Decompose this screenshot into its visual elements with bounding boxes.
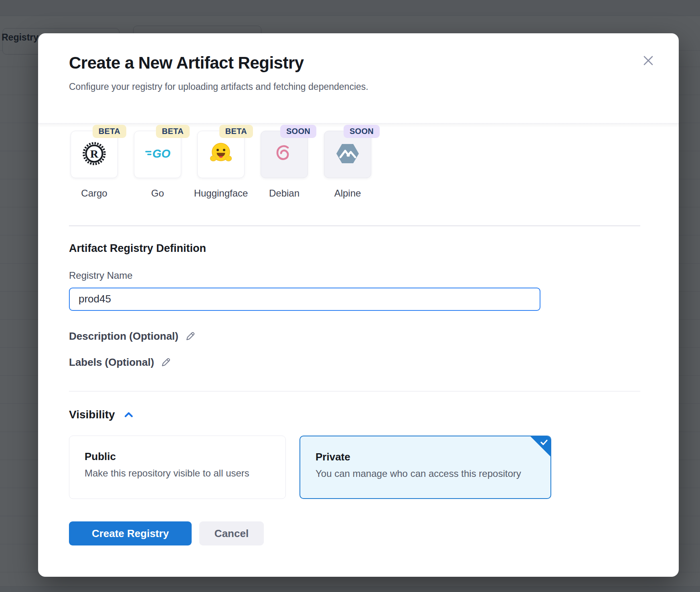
package-type-huggingface: BETA Huggingface	[197, 131, 245, 199]
svg-text:GO: GO	[152, 147, 170, 160]
package-type-debian: SOON Debian	[261, 131, 308, 199]
registry-name-label: Registry Name	[69, 270, 640, 281]
package-type-cargo: BETA R Cargo	[71, 131, 118, 199]
pencil-icon	[160, 357, 172, 368]
soon-badge: SOON	[344, 125, 380, 138]
svg-text:R: R	[90, 148, 99, 160]
visibility-heading: Visibility	[69, 408, 115, 421]
beta-badge: BETA	[156, 125, 190, 138]
visibility-option-description: You can manage who can access this repos…	[316, 468, 535, 479]
section-divider	[69, 391, 640, 392]
package-type-label: Alpine	[334, 188, 361, 199]
beta-badge: BETA	[93, 125, 126, 138]
huggingface-icon	[208, 141, 234, 168]
package-type-alpine: SOON Alpine	[324, 131, 371, 199]
visibility-option-private[interactable]: Private You can manage who can access th…	[299, 436, 551, 499]
edit-description-button[interactable]	[185, 330, 196, 342]
create-registry-modal: Create a New Artifact Registry Configure…	[38, 33, 679, 577]
labels-label: Labels (Optional)	[69, 356, 154, 369]
visibility-option-title: Private	[316, 451, 535, 463]
soon-badge: SOON	[280, 125, 316, 138]
package-type-card-alpine: SOON	[324, 131, 371, 178]
registry-name-input[interactable]	[69, 288, 540, 311]
chevron-up-icon	[123, 410, 134, 419]
create-registry-button[interactable]: Create Registry	[69, 521, 192, 545]
pencil-icon	[185, 330, 196, 342]
description-label: Description (Optional)	[69, 330, 178, 343]
visibility-option-title: Public	[85, 450, 270, 463]
go-icon: GO	[145, 141, 170, 168]
modal-subtitle: Configure your registry for uploading ar…	[69, 81, 640, 92]
check-icon	[540, 439, 548, 447]
beta-badge: BETA	[219, 125, 253, 138]
package-type-go: BETA GO Go	[134, 131, 181, 199]
alpine-icon	[335, 141, 360, 168]
section-divider	[69, 225, 640, 226]
definition-heading: Artifact Registry Definition	[69, 242, 640, 255]
package-type-label: Huggingface	[194, 188, 248, 199]
package-type-card-cargo[interactable]: BETA R	[71, 131, 118, 178]
debian-icon	[271, 141, 297, 168]
package-type-row: BETA R Cargo BETA	[71, 131, 640, 199]
package-type-label: Cargo	[81, 188, 107, 199]
package-type-card-go[interactable]: BETA GO	[134, 131, 181, 178]
modal-header: Create a New Artifact Registry Configure…	[38, 33, 679, 124]
modal-body: BETA R Cargo BETA	[38, 124, 679, 545]
package-type-label: Go	[151, 188, 164, 199]
package-type-card-huggingface[interactable]: BETA	[197, 131, 245, 178]
modal-title: Create a New Artifact Registry	[69, 53, 640, 73]
visibility-option-description: Make this repository visible to all user…	[85, 468, 270, 479]
package-type-label: Debian	[269, 188, 299, 199]
close-button[interactable]	[641, 54, 655, 69]
edit-labels-button[interactable]	[160, 357, 172, 368]
package-type-card-debian: SOON	[261, 131, 308, 178]
rust-cargo-icon: R	[81, 141, 107, 168]
visibility-option-public[interactable]: Public Make this repository visible to a…	[69, 436, 286, 499]
close-icon	[642, 54, 655, 69]
cancel-button[interactable]: Cancel	[199, 521, 264, 545]
collapse-visibility-button[interactable]	[123, 410, 134, 419]
visibility-options: Public Make this repository visible to a…	[69, 436, 640, 499]
